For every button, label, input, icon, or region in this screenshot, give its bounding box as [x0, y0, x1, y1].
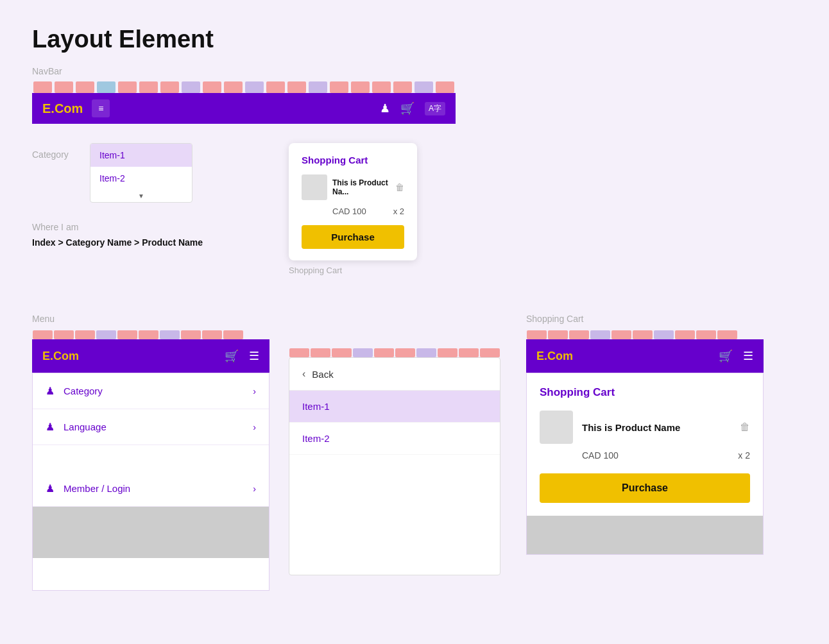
mobile-cart-hamburger-icon[interactable]: ☰	[743, 349, 753, 363]
menu-login-label: Member / Login	[64, 483, 253, 494]
mobile-cart-delete-icon[interactable]: 🗑	[740, 421, 750, 433]
submenu-back-label: Back	[312, 369, 333, 380]
category-label: Category	[32, 143, 77, 160]
mobile-cart-content: Shopping Cart This is Product Name 🗑 CAD…	[526, 373, 764, 555]
cart-item-quantity: x 2	[393, 207, 404, 216]
category-item-2[interactable]: Item-2	[90, 167, 192, 190]
cart-popup-title: Shopping Cart	[302, 155, 404, 165]
navbar-menu-icon[interactable]: ≡	[92, 99, 110, 117]
breadcrumb-section-label: Where I am	[32, 222, 203, 232]
mobile-cart-item-thumbnail	[540, 411, 573, 444]
category-dropdown[interactable]: Item-1 Item-2 ▼	[90, 143, 192, 203]
submenu-item-1[interactable]: Item-1	[289, 391, 500, 423]
menu-navbar-logo: E.Com	[42, 350, 214, 363]
submenu-panel: ‹ Back Item-1 Item-2	[289, 357, 500, 575]
mobile-cart-footer	[527, 516, 763, 554]
purchase-button[interactable]: Purchase	[302, 225, 404, 249]
menu-cart-icon[interactable]: 🛒	[225, 349, 239, 363]
navbar-section-label: NavBar	[32, 66, 797, 76]
mobile-cart-cart-icon[interactable]: 🛒	[719, 349, 733, 363]
menu-item-login[interactable]: ♟ Member / Login ›	[33, 471, 269, 507]
mobile-cart-panel-label: Shopping Cart	[526, 314, 764, 324]
navbar-logo: E.Com	[42, 101, 83, 116]
mobile-cart-price: CAD 100	[582, 450, 619, 461]
mobile-cart-item-name: This is Product Name	[582, 422, 731, 433]
mobile-purchase-button[interactable]: Purchase	[540, 473, 750, 503]
menu-panel-label: Menu	[32, 314, 269, 324]
mobile-cart-logo: E.Com	[536, 350, 708, 363]
menu-stripe-bar	[32, 330, 244, 339]
mobile-cart-stripe-bar	[526, 330, 738, 339]
navbar-cart-icon[interactable]: 🛒	[400, 101, 414, 115]
submenu-item-2[interactable]: Item-2	[289, 423, 500, 455]
menu-footer	[33, 507, 269, 558]
menu-login-icon: ♟	[46, 482, 55, 495]
menu-content: ♟ Category › ♟ Language › ♟ Member / Log…	[32, 373, 269, 591]
menu-category-icon: ♟	[46, 385, 55, 397]
menu-item-category[interactable]: ♟ Category ›	[33, 373, 269, 409]
navbar-lang-button[interactable]: A字	[425, 102, 445, 115]
page-title: Layout Element	[32, 26, 797, 53]
cart-item-price: CAD 100	[332, 207, 366, 216]
navbar-stripe-bar	[32, 81, 456, 93]
menu-language-icon: ♟	[46, 421, 55, 433]
cart-popup-label: Shopping Cart	[289, 266, 494, 275]
mobile-cart-title: Shopping Cart	[540, 386, 750, 399]
menu-category-label: Category	[64, 386, 253, 396]
breadcrumb: Index > Category Name > Product Name	[32, 237, 203, 248]
menu-login-arrow: ›	[253, 484, 256, 494]
submenu-panel-wrapper: ‹ Back Item-1 Item-2	[289, 348, 507, 575]
menu-item-language[interactable]: ♟ Language ›	[33, 409, 269, 445]
cart-item-name: This is Product Na...	[332, 178, 390, 196]
menu-hamburger-icon[interactable]: ☰	[249, 349, 259, 363]
shopping-cart-popup: Shopping Cart This is Product Na... 🗑 CA…	[289, 143, 417, 260]
mobile-cart-quantity: x 2	[738, 450, 750, 461]
back-icon: ‹	[302, 368, 305, 380]
category-item-1[interactable]: Item-1	[90, 144, 192, 167]
navbar-user-icon[interactable]: ♟	[380, 101, 390, 115]
menu-category-arrow: ›	[253, 386, 256, 396]
cart-item-delete-icon[interactable]: 🗑	[395, 182, 404, 192]
dropdown-arrow-icon: ▼	[90, 190, 192, 202]
cart-item-thumbnail	[302, 174, 327, 200]
menu-panel: Menu E.Com 🛒 ☰ ♟ Category ›	[32, 314, 269, 591]
submenu-back-button[interactable]: ‹ Back	[289, 358, 500, 391]
menu-language-label: Language	[64, 421, 253, 432]
submenu-stripe-bar	[289, 348, 500, 357]
menu-navbar: E.Com 🛒 ☰	[32, 339, 269, 373]
desktop-navbar: E.Com ≡ ♟ 🛒 A字	[32, 93, 456, 124]
mobile-cart-panel: Shopping Cart E.Com 🛒 ☰ Shopping Cart	[526, 314, 764, 555]
mobile-cart-navbar: E.Com 🛒 ☰	[526, 339, 764, 373]
menu-language-arrow: ›	[253, 422, 256, 432]
